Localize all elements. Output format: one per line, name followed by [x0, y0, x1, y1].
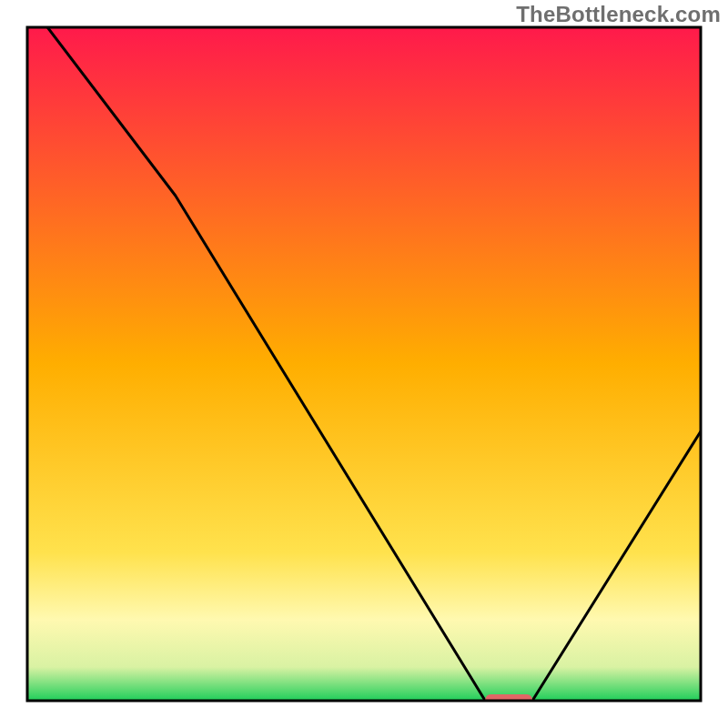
gradient-background [27, 27, 701, 701]
chart-svg [0, 0, 728, 728]
watermark-text: TheBottleneck.com [516, 2, 721, 27]
bottleneck-chart: TheBottleneck.com [0, 0, 728, 728]
